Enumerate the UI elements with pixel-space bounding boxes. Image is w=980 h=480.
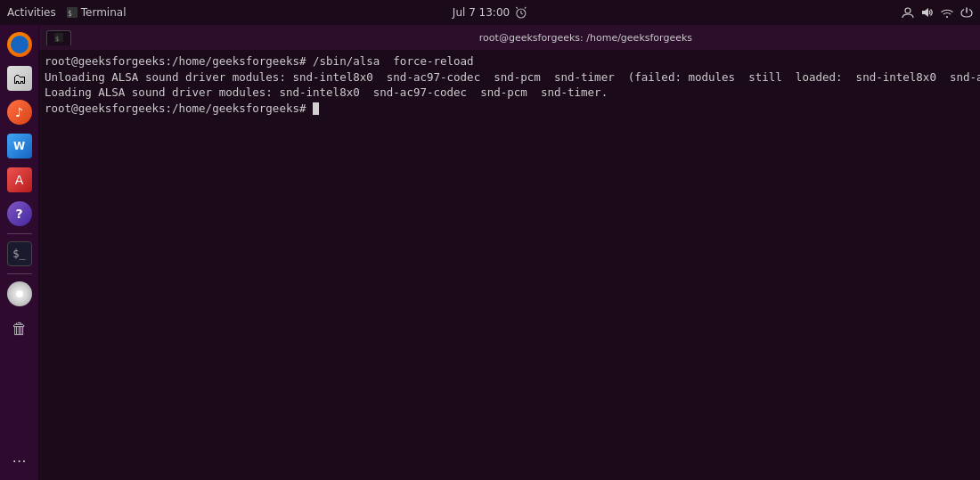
sidebar-item-rhythmbox[interactable]: ♪	[4, 96, 36, 128]
svg-line-6	[525, 7, 527, 9]
sidebar-item-terminal[interactable]: $_	[4, 238, 36, 270]
svg-text:$: $	[55, 36, 59, 42]
app-grid-icon: ⋯	[7, 448, 32, 473]
cd-icon	[7, 281, 32, 306]
terminal-line-3: Loading ALSA sound driver modules: snd-i…	[45, 85, 980, 101]
user-icon[interactable]	[902, 6, 914, 19]
volume-icon[interactable]	[921, 6, 934, 19]
software-icon: A	[7, 167, 32, 192]
activities-button[interactable]: Activities	[7, 6, 56, 19]
topbar-terminal-indicator: $ Terminal	[67, 6, 127, 19]
terminal-titlebar: $ root@geeksforgeeks: /home/geeksforgeek…	[39, 25, 980, 50]
terminal-tab-area: $	[46, 30, 71, 45]
writer-icon: W	[7, 134, 32, 159]
help-icon: ?	[7, 201, 32, 226]
sidebar-item-software[interactable]: A	[4, 164, 36, 196]
sidebar: 🗂 ♪ W A ? $_ 🗑	[0, 25, 39, 480]
terminal-window: $ root@geeksforgeeks: /home/geeksforgeek…	[39, 25, 980, 480]
tab-terminal-icon: $	[54, 33, 63, 42]
sidebar-item-firefox[interactable]	[4, 28, 36, 61]
sidebar-divider-2	[7, 273, 32, 274]
svg-marker-8	[922, 8, 928, 17]
sidebar-item-trash[interactable]: 🗑	[4, 312, 36, 344]
terminal-title: root@geeksforgeeks: /home/geeksforgeeks	[71, 32, 980, 44]
terminal-line-1: root@geeksforgeeks:/home/geeksforgeeks# …	[45, 53, 980, 69]
sidebar-item-app-grid[interactable]: ⋯	[4, 444, 36, 476]
topbar-datetime: Jul 7 13:00	[453, 6, 527, 19]
sidebar-item-writer[interactable]: W	[4, 130, 36, 162]
svg-text:$: $	[68, 10, 72, 18]
terminal-body[interactable]: root@geeksforgeeks:/home/geeksforgeeks# …	[39, 50, 980, 480]
sidebar-item-cd[interactable]	[4, 278, 36, 310]
topbar: Activities $ Terminal Jul 7 13:00	[0, 0, 980, 25]
svg-line-4	[521, 13, 523, 14]
sidebar-item-help[interactable]: ?	[4, 198, 36, 230]
terminal-line-2: Unloading ALSA sound driver modules: snd…	[45, 69, 980, 85]
topbar-right	[902, 6, 973, 19]
terminal-icon: $_	[7, 241, 32, 266]
network-icon[interactable]	[941, 6, 953, 19]
svg-point-7	[905, 8, 911, 13]
firefox-icon	[7, 32, 32, 57]
trash-icon: 🗑	[7, 315, 32, 340]
alarm-icon	[515, 6, 527, 19]
sidebar-item-files[interactable]: 🗂	[4, 62, 36, 94]
topbar-left: Activities $ Terminal	[7, 6, 126, 19]
topbar-terminal-label: Terminal	[81, 6, 127, 19]
rhythmbox-icon: ♪	[7, 100, 32, 125]
files-icon: 🗂	[7, 66, 32, 91]
terminal-line-4: root@geeksforgeeks:/home/geeksforgeeks#	[45, 101, 980, 117]
main-layout: 🗂 ♪ W A ? $_ 🗑	[0, 25, 980, 480]
sidebar-divider	[7, 233, 32, 234]
datetime-text: Jul 7 13:00	[453, 6, 510, 19]
power-icon[interactable]	[960, 6, 973, 19]
terminal-small-icon: $	[67, 7, 78, 18]
svg-line-5	[517, 7, 519, 9]
terminal-cursor	[313, 102, 319, 115]
terminal-tab[interactable]: $	[46, 30, 71, 45]
